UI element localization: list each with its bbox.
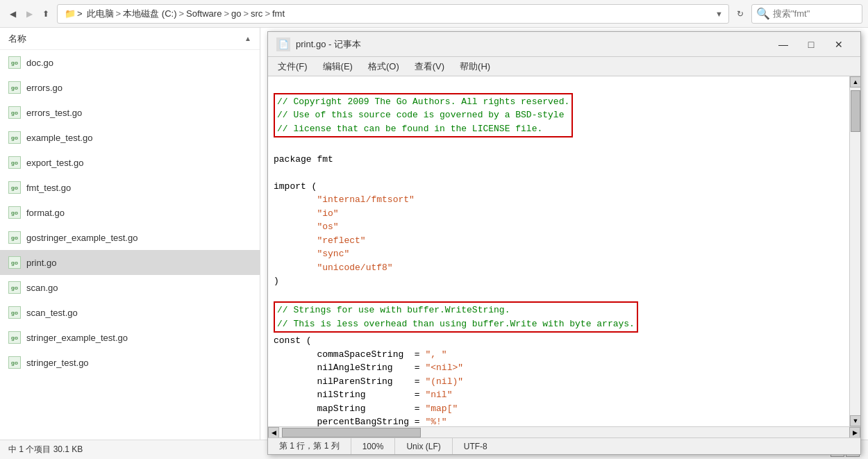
scroll-track[interactable] bbox=[850, 87, 860, 415]
notepad-editor[interactable]: // Copyright 2009 The Go Authors. All ri… bbox=[268, 76, 849, 426]
window-controls: — □ ✕ bbox=[770, 35, 852, 54]
list-item[interactable]: go fmt_test.go bbox=[0, 175, 260, 200]
maximize-button[interactable]: □ bbox=[798, 35, 824, 54]
list-item-selected[interactable]: go print.go bbox=[0, 250, 260, 275]
encoding: UTF-8 bbox=[453, 438, 499, 454]
file-type-icon: go bbox=[8, 181, 21, 194]
list-item[interactable]: go format.go bbox=[0, 200, 260, 225]
line-ending-text: Unix (LF) bbox=[406, 442, 440, 451]
breadcrumb-fmt[interactable]: fmt bbox=[272, 8, 285, 19]
file-name: stringer_test.go bbox=[26, 358, 89, 368]
menu-format[interactable]: 格式(O) bbox=[361, 58, 406, 75]
list-item[interactable]: go scan.go bbox=[0, 275, 260, 300]
sep-3: > bbox=[224, 8, 229, 19]
nav-icons: ◀ ▶ ⬆ bbox=[6, 7, 53, 21]
file-type-icon: go bbox=[8, 356, 21, 369]
list-item[interactable]: go stringer_example_test.go bbox=[0, 325, 260, 350]
file-name: errors.go bbox=[26, 83, 62, 93]
file-name: gostringer_example_test.go bbox=[26, 233, 137, 243]
refresh-button[interactable]: ↻ bbox=[733, 7, 747, 21]
scroll-right-arrow[interactable]: ▶ bbox=[849, 427, 860, 438]
file-type-icon: go bbox=[8, 281, 21, 294]
scroll-up-arrow[interactable]: ▲ bbox=[850, 76, 860, 87]
sidebar: 名称 ▲ go doc.go go errors.go go errors_te… bbox=[0, 28, 260, 440]
file-type-icon: go bbox=[8, 156, 21, 169]
list-item[interactable]: go scan_test.go bbox=[0, 300, 260, 325]
vertical-scrollbar[interactable]: ▲ ▼ bbox=[849, 76, 860, 426]
breadcrumb-src[interactable]: src bbox=[251, 8, 262, 19]
explorer-status-text: 中 1 个项目 30.1 KB bbox=[8, 444, 83, 456]
breadcrumb-software[interactable]: Software bbox=[186, 8, 222, 19]
file-type-icon: go bbox=[8, 56, 21, 69]
menu-view[interactable]: 查看(V) bbox=[408, 58, 451, 75]
breadcrumb-go[interactable]: go bbox=[231, 8, 241, 19]
folder-icon: 📁 bbox=[63, 7, 77, 21]
file-name: example_test.go bbox=[26, 133, 92, 143]
file-list: go doc.go go errors.go go errors_test.go… bbox=[0, 50, 260, 440]
file-type-icon: go bbox=[8, 306, 21, 319]
search-icon: 🔍 bbox=[756, 7, 770, 20]
menu-help[interactable]: 帮助(H) bbox=[453, 58, 497, 75]
file-name: stringer_example_test.go bbox=[26, 333, 128, 343]
file-type-icon: go bbox=[8, 331, 21, 344]
notepad-window: 📄 print.go - 记事本 — □ ✕ 文件(F) 编辑(E) 格式(O)… bbox=[267, 31, 861, 455]
sep-5: > bbox=[265, 8, 270, 19]
code-content: // Copyright 2009 The Go Authors. All ri… bbox=[274, 79, 844, 426]
scroll-down-arrow[interactable]: ▼ bbox=[850, 415, 860, 426]
hscroll-track[interactable] bbox=[279, 427, 849, 437]
file-name: export_test.go bbox=[26, 158, 83, 168]
encoding-text: UTF-8 bbox=[464, 442, 487, 451]
notepad-content-area: // Copyright 2009 The Go Authors. All ri… bbox=[268, 76, 860, 426]
file-type-icon: go bbox=[8, 206, 21, 219]
address-bar[interactable]: 📁 > 此电脑 > 本地磁盘 (C:) > Software > go > sr… bbox=[57, 4, 729, 24]
list-item[interactable]: go doc.go bbox=[0, 50, 260, 75]
sep-1: > bbox=[116, 8, 122, 19]
close-button[interactable]: ✕ bbox=[826, 35, 852, 54]
sidebar-header: 名称 ▲ bbox=[0, 28, 260, 50]
list-item[interactable]: go stringer_test.go bbox=[0, 350, 260, 375]
menu-file[interactable]: 文件(F) bbox=[271, 58, 315, 75]
file-name: errors_test.go bbox=[26, 108, 82, 118]
search-area[interactable]: 🔍 bbox=[751, 4, 862, 24]
file-name: format.go bbox=[26, 208, 65, 218]
forward-icon[interactable]: ▶ bbox=[22, 7, 36, 21]
file-type-icon: go bbox=[8, 131, 21, 144]
notepad-menubar: 文件(F) 编辑(E) 格式(O) 查看(V) 帮助(H) bbox=[268, 57, 860, 76]
menu-edit[interactable]: 编辑(E) bbox=[316, 58, 360, 75]
zoom-text: 100% bbox=[362, 442, 384, 451]
minimize-button[interactable]: — bbox=[770, 35, 796, 54]
file-name: fmt_test.go bbox=[26, 183, 71, 193]
notepad-title: print.go - 记事本 bbox=[296, 38, 765, 51]
breadcrumb-disk[interactable]: 本地磁盘 (C:) bbox=[123, 8, 176, 20]
list-item[interactable]: go export_test.go bbox=[0, 150, 260, 175]
list-item[interactable]: go gostringer_example_test.go bbox=[0, 225, 260, 250]
file-type-icon: go bbox=[8, 231, 21, 244]
line-ending: Unix (LF) bbox=[395, 438, 452, 454]
file-type-icon: go bbox=[8, 256, 21, 269]
file-type-icon: go bbox=[8, 81, 21, 94]
notepad-app-icon: 📄 bbox=[276, 37, 290, 51]
list-item[interactable]: go example_test.go bbox=[0, 125, 260, 150]
scroll-thumb[interactable] bbox=[851, 90, 860, 132]
sep-2: > bbox=[178, 8, 184, 19]
breadcrumb-pc[interactable]: 此电脑 bbox=[87, 8, 114, 20]
file-name: scan.go bbox=[26, 283, 58, 293]
notepad-titlebar: 📄 print.go - 记事本 — □ ✕ bbox=[268, 32, 860, 57]
file-name: doc.go bbox=[26, 58, 53, 68]
file-name: print.go bbox=[26, 258, 56, 268]
list-item[interactable]: go errors.go bbox=[0, 75, 260, 100]
address-dropdown-arrow[interactable]: ▼ bbox=[715, 10, 723, 18]
sort-arrow-icon[interactable]: ▲ bbox=[244, 35, 251, 42]
column-header-name: 名称 bbox=[8, 33, 26, 45]
breadcrumb-home: > bbox=[77, 8, 83, 19]
file-type-icon: go bbox=[8, 106, 21, 119]
horizontal-scrollbar[interactable]: ◀ ▶ bbox=[268, 426, 860, 437]
list-item[interactable]: go errors_test.go bbox=[0, 100, 260, 125]
hscroll-thumb[interactable] bbox=[282, 428, 421, 437]
scroll-left-arrow[interactable]: ◀ bbox=[268, 427, 279, 438]
up-icon[interactable]: ⬆ bbox=[39, 7, 53, 21]
back-icon[interactable]: ◀ bbox=[6, 7, 19, 21]
search-input[interactable] bbox=[773, 8, 856, 19]
position-text: 第 1 行，第 1 列 bbox=[279, 440, 340, 452]
sep-4: > bbox=[243, 8, 249, 19]
